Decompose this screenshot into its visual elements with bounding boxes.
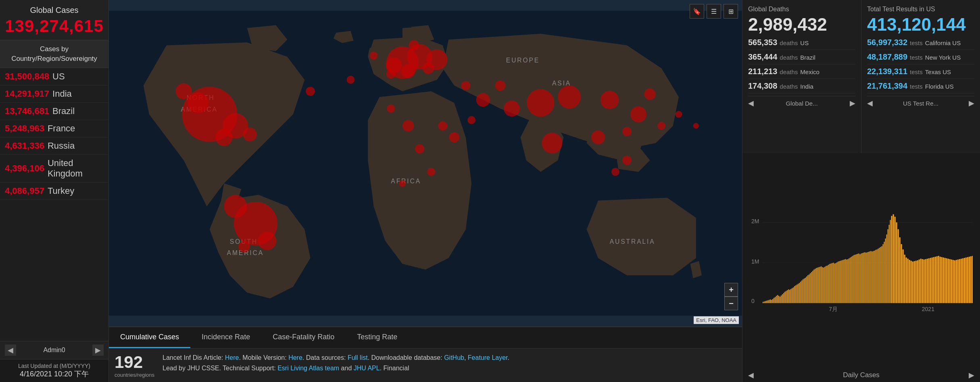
svg-rect-135	[858, 253, 859, 303]
svg-rect-106	[823, 268, 824, 303]
svg-rect-200	[953, 260, 954, 303]
svg-point-20	[527, 89, 555, 117]
svg-rect-150	[877, 249, 878, 303]
tests-stat-location: New York US	[925, 54, 961, 61]
right-panels: Global Deaths 2,989,432 565,353deathsUS3…	[742, 0, 980, 382]
svg-point-15	[401, 64, 415, 78]
deaths-prev-arrow[interactable]: ◀	[748, 99, 754, 108]
tab-cumulative-cases[interactable]: Cumulative Cases	[109, 327, 190, 348]
svg-rect-75	[786, 291, 786, 303]
svg-point-22	[601, 91, 619, 109]
svg-rect-142	[867, 252, 868, 303]
svg-rect-194	[943, 257, 944, 303]
svg-rect-84	[797, 284, 797, 303]
feature-layer-link[interactable]: Feature Layer	[468, 354, 508, 361]
full-list-link[interactable]: Full list	[348, 354, 368, 361]
deaths-next-arrow[interactable]: ▶	[850, 99, 855, 108]
svg-point-36	[306, 87, 315, 96]
map-area: 🔖 ☰ ⊞	[109, 0, 742, 382]
svg-rect-203	[957, 260, 959, 303]
svg-rect-69	[778, 296, 779, 303]
svg-rect-184	[927, 259, 928, 303]
svg-rect-94	[809, 274, 809, 303]
svg-point-23	[504, 100, 520, 116]
svg-rect-80	[792, 288, 792, 303]
svg-rect-159	[888, 229, 888, 303]
tab-incidence-rate[interactable]: Incidence Rate	[190, 327, 261, 348]
svg-rect-162	[891, 216, 892, 303]
label-australia: AUSTRALIA	[610, 238, 655, 245]
list-button[interactable]: ☰	[707, 4, 721, 19]
svg-point-25	[630, 106, 646, 122]
map-container[interactable]: 🔖 ☰ ⊞	[109, 0, 742, 326]
svg-rect-96	[811, 272, 812, 303]
svg-rect-78	[789, 290, 790, 303]
svg-rect-198	[949, 259, 951, 303]
svg-rect-64	[772, 299, 773, 303]
chart-prev-arrow[interactable]: ◀	[748, 371, 754, 380]
case-country: US	[52, 71, 65, 82]
zoom-in-button[interactable]: +	[724, 283, 738, 297]
jhu-apl-link[interactable]: JHU APL	[354, 365, 380, 372]
tab-case-fatality-ratio[interactable]: Case-Fatality Ratio	[261, 327, 346, 348]
svg-rect-140	[865, 252, 865, 303]
tests-stat-value: 22,139,311	[867, 67, 907, 76]
svg-point-18	[386, 69, 396, 79]
svg-rect-155	[883, 244, 884, 303]
bookmark-button[interactable]: 🔖	[690, 4, 704, 19]
svg-rect-172	[907, 259, 909, 303]
svg-point-21	[558, 85, 581, 108]
svg-rect-67	[776, 296, 777, 303]
chart-nav-label: Daily Cases	[843, 371, 880, 379]
global-cases-value: 139,274,615	[4, 17, 104, 36]
svg-text:7月: 7月	[829, 306, 838, 312]
map-tabs: Cumulative Cases Incidence Rate Case-Fat…	[109, 326, 742, 348]
svg-rect-58	[765, 301, 766, 303]
case-number: 4,631,336	[5, 141, 44, 151]
tab-testing-rate[interactable]: Testing Rate	[346, 327, 409, 348]
svg-rect-116	[835, 263, 836, 303]
svg-rect-86	[799, 283, 800, 303]
deaths-stat-unit: deaths	[780, 69, 798, 75]
svg-rect-156	[884, 242, 885, 303]
esri-link[interactable]: Esri Living Atlas team	[277, 365, 339, 372]
svg-rect-122	[842, 260, 843, 303]
svg-rect-179	[919, 260, 920, 303]
svg-rect-197	[948, 259, 949, 303]
svg-rect-76	[787, 290, 788, 303]
svg-rect-104	[821, 266, 822, 303]
github-link[interactable]: GitHub	[444, 354, 464, 361]
tests-prev-arrow[interactable]: ◀	[867, 99, 873, 108]
svg-rect-110	[828, 265, 829, 303]
svg-rect-79	[790, 289, 791, 303]
svg-point-24	[476, 93, 490, 107]
sidebar-next-arrow[interactable]: ▶	[92, 345, 104, 356]
tests-next-arrow[interactable]: ▶	[969, 99, 974, 108]
case-number: 14,291,917	[5, 89, 49, 99]
svg-point-45	[622, 156, 632, 165]
svg-rect-160	[889, 225, 890, 303]
zoom-out-button[interactable]: −	[724, 297, 738, 310]
svg-rect-121	[841, 260, 842, 303]
case-country: Russia	[48, 141, 75, 151]
case-number: 4,086,957	[5, 186, 44, 196]
svg-rect-108	[826, 266, 826, 303]
svg-point-27	[542, 133, 562, 153]
admin-label: Admin0	[43, 347, 65, 354]
map-info-bar: 192 countries/regions Lancet Inf Dis Art…	[109, 348, 742, 382]
sidebar-prev-arrow[interactable]: ◀	[5, 345, 16, 356]
qr-button[interactable]: ⊞	[724, 4, 738, 19]
lancet-link[interactable]: Here	[225, 354, 239, 361]
deaths-stat-unit: deaths	[780, 83, 798, 90]
chart-next-arrow[interactable]: ▶	[969, 371, 974, 380]
svg-rect-163	[893, 214, 894, 303]
svg-rect-202	[956, 260, 957, 303]
svg-point-5	[215, 129, 233, 146]
sidebar: Global Cases 139,274,615 Cases by Countr…	[0, 0, 109, 382]
svg-point-10	[238, 241, 250, 253]
case-number: 31,500,848	[5, 71, 49, 82]
svg-rect-166	[898, 229, 899, 303]
deaths-stat-row: 211,213deathsMexico	[748, 67, 855, 79]
case-country: Turkey	[48, 186, 74, 196]
mobile-link[interactable]: Here	[288, 354, 302, 361]
